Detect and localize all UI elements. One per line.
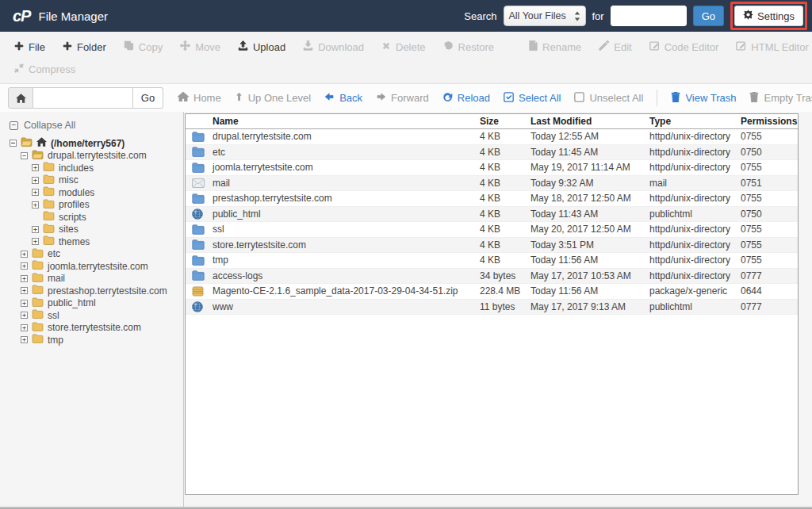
tree-item--home-terry567-[interactable]: −(/home/terry567) xyxy=(0,137,183,150)
table-row[interactable]: prestashop.terrytestsite.com4 KBMay 18, … xyxy=(186,191,798,207)
column-header-size[interactable]: Size xyxy=(480,116,530,127)
folder-yellow-icon xyxy=(32,334,44,346)
column-header-permissions[interactable]: Permissions xyxy=(741,116,798,127)
toolbar-folder-button[interactable]: Folder xyxy=(63,41,106,53)
nav-forward-button[interactable]: Forward xyxy=(376,92,429,104)
column-header-type[interactable]: Type xyxy=(649,116,741,127)
table-row[interactable]: joomla.terrytestsite.com4 KBMay 19, 2017… xyxy=(186,160,798,176)
file-type: publichtml xyxy=(649,301,741,312)
file-type: httpd/unix-directory xyxy=(649,254,741,266)
file-name-cell: ssl xyxy=(186,224,480,235)
file-last-modified: May 19, 2017 11:14 AM xyxy=(530,162,649,173)
table-row[interactable]: store.terrytestsite.com4 KBToday 3:51 PM… xyxy=(186,238,798,254)
toolbar-item-label: Rename xyxy=(542,41,581,53)
nav-back-button[interactable]: Back xyxy=(324,92,362,104)
expand-node-icon[interactable]: + xyxy=(32,177,39,184)
app-header: cP File Manager Search All Your Files fo… xyxy=(0,0,812,32)
reload-icon xyxy=(442,92,453,105)
tree-item-misc[interactable]: +misc xyxy=(0,174,183,187)
expand-node-icon[interactable]: + xyxy=(32,164,39,171)
expand-node-icon[interactable]: + xyxy=(21,275,28,282)
tree-item-sites[interactable]: +sites xyxy=(0,224,183,236)
collapse-all-button[interactable]: − Collapse All xyxy=(0,118,183,137)
column-header-name[interactable]: Name xyxy=(186,116,480,127)
file-permissions: 0777 xyxy=(741,270,798,281)
tree-item-label: includes xyxy=(59,163,94,174)
table-row[interactable]: mail4 KBToday 9:32 AMmail0751 xyxy=(186,176,798,192)
toolbar-item-label: Compress xyxy=(29,63,75,75)
table-body: drupal.terrytestsite.com4 KBToday 12:55 … xyxy=(186,129,798,315)
folder-yellow-icon xyxy=(32,260,44,272)
toolbar-compress-button: Compress xyxy=(14,63,75,75)
search-input[interactable] xyxy=(611,6,687,26)
table-row[interactable]: drupal.terrytestsite.com4 KBToday 12:55 … xyxy=(186,129,798,145)
tree-item-store-terrytestsite-com[interactable]: +store.terrytestsite.com xyxy=(0,322,183,335)
toolbar-file-button[interactable]: File xyxy=(14,41,45,53)
tree-item-etc[interactable]: +etc xyxy=(0,248,183,261)
nav-unselect-all-button[interactable]: Unselect All xyxy=(574,92,643,105)
tree-item-drupal-terrytestsite-com[interactable]: −drupal.terrytestsite.com xyxy=(0,150,183,163)
tree-item-mail[interactable]: +mail xyxy=(0,273,183,285)
folder-tree: −(/home/terry567)−drupal.terrytestsite.c… xyxy=(0,137,183,346)
collapse-node-icon[interactable]: − xyxy=(21,152,28,159)
expand-node-icon[interactable]: + xyxy=(21,262,28,270)
trash-icon xyxy=(749,92,759,105)
table-row[interactable]: www11 bytesMay 17, 2017 9:13 AMpublichtm… xyxy=(186,300,798,316)
column-header-last-modified[interactable]: Last Modified xyxy=(530,116,649,127)
tree-item-themes[interactable]: +themes xyxy=(0,235,183,248)
folder-yellow-icon xyxy=(43,199,55,211)
expand-node-icon[interactable]: + xyxy=(32,226,39,233)
tree-item-prestashop-terrytestsite-com[interactable]: +prestashop.terrytestsite.com xyxy=(0,285,183,297)
tree-item-public-html[interactable]: +public_html xyxy=(0,297,183,310)
home-glyph-icon xyxy=(36,137,47,149)
expand-node-icon[interactable]: + xyxy=(21,300,28,307)
tree-item-tmp[interactable]: +tmp xyxy=(0,334,183,346)
tree-item-modules[interactable]: +modules xyxy=(0,186,183,199)
table-row[interactable]: etc4 KBToday 11:45 AMhttpd/unix-director… xyxy=(186,145,798,161)
collapse-node-icon[interactable]: − xyxy=(10,140,17,147)
expand-node-icon[interactable]: + xyxy=(21,287,28,294)
copy-icon xyxy=(124,40,134,53)
settings-button[interactable]: Settings xyxy=(734,6,803,26)
path-input[interactable] xyxy=(33,87,133,109)
tree-item-ssl[interactable]: +ssl xyxy=(0,309,183,322)
search-scope-select[interactable]: All Your Files xyxy=(504,6,586,26)
nav-reload-button[interactable]: Reload xyxy=(442,92,490,105)
table-row[interactable]: Magento-CE-2.1.6_sample_data-2017-03-29-… xyxy=(186,284,798,300)
expand-node-icon[interactable]: + xyxy=(21,324,28,331)
table-row[interactable]: access-logs34 bytesMay 17, 2017 10:53 AM… xyxy=(186,269,798,285)
plus-icon xyxy=(63,41,72,53)
toolbar-copy-button: Copy xyxy=(124,40,163,53)
expand-node-icon[interactable]: + xyxy=(32,238,39,245)
folder-blue-icon xyxy=(192,224,205,235)
tree-item-scripts[interactable]: scripts xyxy=(0,211,183,224)
nav-select-all-button[interactable]: Select All xyxy=(504,92,561,105)
folder-yellow-icon xyxy=(43,235,55,247)
path-go-button[interactable]: Go xyxy=(133,87,163,109)
expand-node-icon[interactable]: + xyxy=(32,201,39,209)
tree-item-joomla-terrytestsite-com[interactable]: +joomla.terrytestsite.com xyxy=(0,260,183,273)
tree-item-profiles[interactable]: +profiles xyxy=(0,199,183,212)
upload-icon xyxy=(238,40,248,53)
table-row[interactable]: tmp4 KBToday 11:56 AMhttpd/unix-director… xyxy=(186,253,798,269)
table-row[interactable]: ssl4 KBMay 20, 2017 12:50 AMhttpd/unix-d… xyxy=(186,222,798,238)
expand-node-icon[interactable]: + xyxy=(21,251,28,258)
folder-tree-sidebar: − Collapse All −(/home/terry567)−drupal.… xyxy=(0,112,184,509)
file-name-cell: joomla.terrytestsite.com xyxy=(186,162,480,173)
tree-item-includes[interactable]: +includes xyxy=(0,162,183,174)
expand-node-icon[interactable]: + xyxy=(32,189,39,196)
nav-item-label: Empty Trash xyxy=(764,92,812,104)
file-name: ssl xyxy=(213,224,224,235)
file-name: mail xyxy=(213,178,230,189)
nav-view-trash-button[interactable]: View Trash xyxy=(671,92,736,105)
html-editor-icon xyxy=(736,40,746,53)
nav-empty-trash-button[interactable]: Empty Trash xyxy=(749,92,812,105)
nav-up-one-level-button[interactable]: Up One Level xyxy=(235,92,312,104)
expand-node-icon[interactable]: + xyxy=(21,312,28,319)
file-permissions: 0755 xyxy=(741,193,798,204)
table-row[interactable]: public_html4 KBToday 11:43 AMpublichtml0… xyxy=(186,207,798,223)
search-go-button[interactable]: Go xyxy=(693,6,724,26)
nav-home-button[interactable]: Home xyxy=(178,92,221,104)
toolbar-upload-button[interactable]: Upload xyxy=(238,40,285,53)
expand-node-icon[interactable]: + xyxy=(21,336,28,343)
